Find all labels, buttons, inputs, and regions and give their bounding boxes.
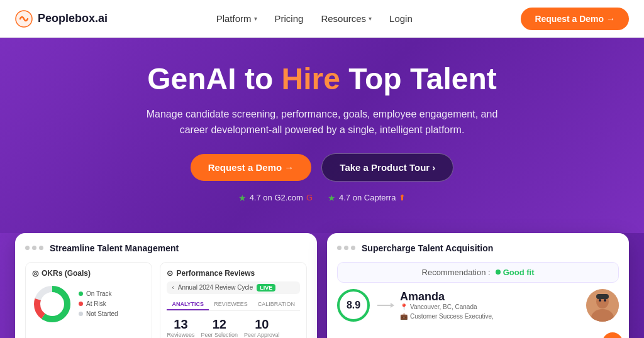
logo-text: Peoplebox.ai (38, 12, 108, 25)
hero-section: GenAI to Hire Top Talent Manage candidat… (0, 38, 644, 233)
chevron-down-icon: ▾ (254, 15, 257, 22)
tab-calibration[interactable]: CALIBRATION (253, 299, 300, 310)
perf-tabs: ANALYTICS REVIEWEES CALIBRATION (167, 299, 300, 311)
legend-on-track: On Track (79, 290, 118, 297)
good-fit-badge: Good fit (496, 268, 535, 277)
dot3 (39, 246, 43, 250)
candidate-details: 📍 Vancouver, BC, Canada 💼 Customer Succe… (400, 303, 579, 320)
window-dots-right (337, 246, 355, 250)
target-icon: ◎ (32, 269, 38, 278)
orange-accent (602, 332, 623, 338)
ta-card-body: Recommendation : Good fit 8.9 Amanda (337, 262, 619, 322)
window-dots (25, 246, 43, 250)
hero-title: GenAI to Hire Top Talent (13, 63, 631, 96)
green-dot (79, 292, 83, 296)
donut-container: On Track At Risk Not Started (32, 284, 145, 324)
dot3 (351, 246, 355, 250)
candidate-info: Amanda 📍 Vancouver, BC, Canada 💼 Custome… (400, 290, 579, 320)
ratings: ★ 4.7 on G2.com G ★ 4.7 on Capterra ⬆ (13, 193, 631, 203)
left-card-title: Streamline Talent Management (50, 243, 179, 253)
legend-not-started: Not Started (79, 310, 118, 317)
dot2 (32, 246, 36, 250)
stat-reviewees: 13 Reviewees (167, 317, 194, 338)
svg-point-8 (604, 299, 606, 302)
talent-management-card: Streamline Talent Management ◎ OKRs (Goa… (15, 233, 317, 338)
stat-peer-approval: 10 Peer Approval (244, 317, 280, 338)
dot2 (344, 246, 348, 250)
demo-button[interactable]: Request a Demo → (191, 154, 312, 181)
hero-buttons: Request a Demo → Take a Product Tour › (13, 153, 631, 182)
okr-title: ◎ OKRs (Goals) (32, 269, 145, 278)
request-demo-button[interactable]: Request a Demo → (521, 8, 629, 30)
left-card-body: ◎ OKRs (Goals) On Track (25, 262, 307, 338)
nav-resources[interactable]: Resources ▾ (321, 13, 372, 24)
stats-row: 13 Reviewees 12 Peer Selection 10 Peer A… (167, 317, 300, 338)
recommendation-box: Recommendation : Good fit (337, 262, 619, 283)
cycle-bar: ‹ Annual 2024 Review Cycle LIVE (167, 281, 300, 294)
nav-login[interactable]: Login (389, 13, 413, 24)
gray-dot (79, 312, 83, 316)
green-dot-icon (496, 270, 501, 275)
logo-icon (15, 10, 33, 28)
nav-platform[interactable]: Platform ▾ (216, 13, 257, 24)
nav-pricing[interactable]: Pricing (275, 13, 304, 24)
okr-legend: On Track At Risk Not Started (79, 290, 118, 317)
right-card-title: Supercharge Talent Acquisition (362, 243, 493, 253)
tour-button[interactable]: Take a Product Tour › (321, 153, 453, 182)
arrow-connector (377, 305, 392, 306)
tab-reviewees[interactable]: REVIEWEES (209, 299, 253, 310)
hero-subtitle: Manage candidate screening, performance,… (146, 106, 498, 138)
live-badge: LIVE (257, 284, 275, 292)
card-header-left: Streamline Talent Management (25, 243, 307, 253)
svg-rect-9 (596, 294, 609, 299)
star-icon: ★ (328, 193, 336, 203)
candidate-row: 8.9 Amanda 📍 Vancouver, BC, Canada 💼 (337, 289, 619, 322)
briefcase-icon: 💼 (400, 313, 408, 320)
donut-chart (32, 284, 72, 324)
star-icon: ★ (238, 193, 247, 203)
g2-icon: G (306, 193, 313, 202)
candidate-avatar (586, 289, 619, 322)
svg-point-7 (599, 299, 601, 302)
chart-icon: ⊙ (167, 269, 173, 278)
card-header-right: Supercharge Talent Acquisition (337, 243, 619, 253)
arrow-head (391, 303, 394, 308)
location-icon: 📍 (400, 303, 408, 310)
role-detail: 💼 Customer Success Executive, (400, 313, 579, 320)
tab-analytics[interactable]: ANALYTICS (167, 299, 209, 310)
red-dot (79, 302, 83, 306)
location-detail: 📍 Vancouver, BC, Canada (400, 303, 579, 310)
score-circle: 8.9 (337, 289, 370, 322)
stat-peer-selection: 12 Peer Selection (201, 317, 238, 338)
chevron-icon: ‹ (172, 284, 174, 291)
cards-section: Streamline Talent Management ◎ OKRs (Goa… (0, 233, 644, 338)
performance-panel: ⊙ Performance Reviews ‹ Annual 2024 Revi… (160, 262, 307, 338)
g2-rating: ★ 4.7 on G2.com G (238, 193, 313, 203)
capterra-icon: ⬆ (399, 193, 406, 202)
perf-title: ⊙ Performance Reviews (167, 269, 300, 278)
dot1 (337, 246, 341, 250)
capterra-rating: ★ 4.7 on Capterra ⬆ (328, 193, 406, 203)
logo[interactable]: Peoplebox.ai (15, 10, 108, 28)
nav-links: Platform ▾ Pricing Resources ▾ Login (216, 13, 413, 24)
legend-at-risk: At Risk (79, 300, 118, 307)
talent-acquisition-card: Supercharge Talent Acquisition Recommend… (327, 233, 629, 338)
dot1 (25, 246, 30, 250)
chevron-down-icon: ▾ (369, 15, 372, 22)
navbar: Peoplebox.ai Platform ▾ Pricing Resource… (0, 0, 644, 38)
okr-panel: ◎ OKRs (Goals) On Track (25, 262, 152, 338)
